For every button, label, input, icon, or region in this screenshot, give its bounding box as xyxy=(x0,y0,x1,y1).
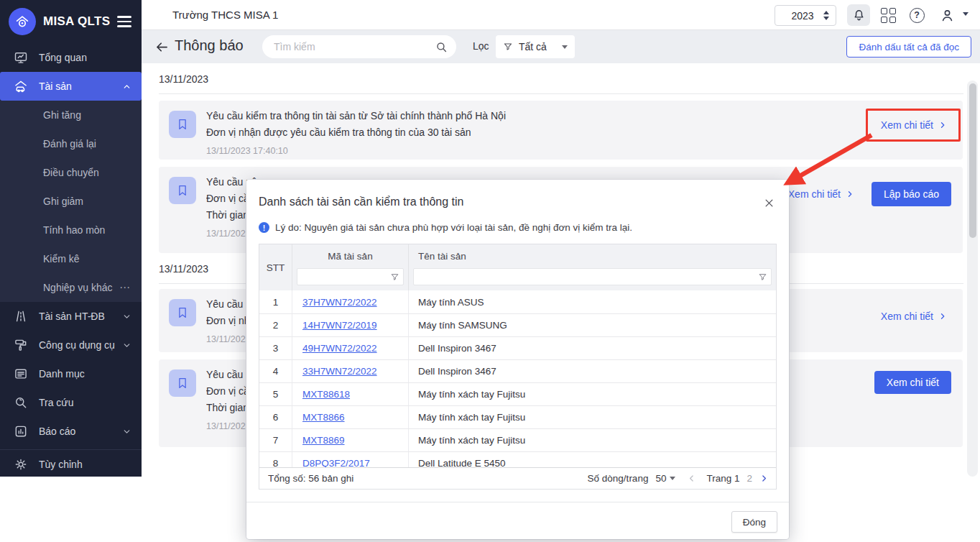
content-scrollbar-track[interactable] xyxy=(967,81,978,477)
funnel-icon[interactable] xyxy=(758,272,767,285)
asset-code-link[interactable]: MXT88618 xyxy=(302,389,350,400)
bookmark-tile xyxy=(169,177,196,204)
sidebar-item-tra-cuu[interactable]: Tra cứu xyxy=(0,388,142,417)
asset-code-link[interactable]: 33H7WN72/2022 xyxy=(302,366,377,377)
help-button[interactable]: ? xyxy=(905,4,928,26)
mark-all-read-button[interactable]: Đánh dấu tất cả đã đọc xyxy=(846,36,971,58)
chevron-right-icon xyxy=(938,121,947,129)
column-header-name: Tên tài sản xyxy=(409,244,776,267)
content-scrollbar-thumb[interactable] xyxy=(969,83,976,238)
cell-stt: 8 xyxy=(259,452,292,467)
sidebar-item-tai-san-ht-db[interactable]: Tài sản HT-ĐB xyxy=(0,302,142,331)
brand-title: MISA QLTS xyxy=(43,14,117,29)
asset-code-link[interactable]: MXT8869 xyxy=(302,435,345,446)
date-group-header: 13/11/2023 xyxy=(159,73,963,94)
asset-code-link[interactable]: D8PQ3F2/2017 xyxy=(302,458,370,467)
apps-grid-button[interactable] xyxy=(877,4,900,26)
sidebar-item-label: Danh mục xyxy=(39,368,131,380)
sidebar-item-dieu-chuyen[interactable]: Điều chuyển xyxy=(0,158,142,187)
rows-per-page-label: Số dòng/trang xyxy=(588,473,649,484)
user-caret-icon[interactable] xyxy=(963,12,969,16)
cell-name: Máy tính ASUS xyxy=(409,290,776,313)
asset-code-link[interactable]: 37H7WN72/2022 xyxy=(302,297,377,308)
table-row[interactable]: 7 MXT8869 Máy tính xách tay Fujitsu xyxy=(259,428,776,451)
bookmark-icon xyxy=(176,184,189,197)
search-input[interactable] xyxy=(274,41,435,52)
sidebar-item-label: Tính hao mòn xyxy=(43,224,131,236)
notification-text: Yêu cầu kiểm tra thông tin tài sản từ Sở… xyxy=(206,108,798,156)
page-header: Thông báo Lọc Tất cả Đánh dấu tất cả đã … xyxy=(142,30,980,63)
notification-timestamp: 13/11/2023 17:40:10 xyxy=(206,146,798,156)
next-page-button[interactable] xyxy=(759,474,769,483)
notifications-bell-button[interactable] xyxy=(847,4,870,26)
chevron-right-icon xyxy=(938,312,947,321)
sidebar-item-danh-gia-lai[interactable]: Đánh giá lại xyxy=(0,129,142,158)
table-row[interactable]: 1 37H7WN72/2022 Máy tính ASUS xyxy=(259,290,776,313)
sidebar-item-ghi-giam[interactable]: Ghi giảm xyxy=(0,187,142,216)
sidebar-item-kiem-ke[interactable]: Kiểm kê xyxy=(0,244,142,273)
view-detail-link[interactable]: Xem chi tiết xyxy=(881,119,947,131)
table-row[interactable]: 8 D8PQ3F2/2017 Dell Latitude E 5450 xyxy=(259,451,776,467)
cell-stt: 5 xyxy=(259,383,292,405)
sidebar-item-ghi-tang[interactable]: Ghi tăng xyxy=(0,101,142,129)
sidebar-item-tai-san[interactable]: Tài sản xyxy=(0,72,142,101)
sidebar-item-nghiep-vu-khac[interactable]: Nghiệp vụ khác ⋯ xyxy=(0,273,142,302)
search-icon[interactable] xyxy=(435,41,448,53)
table-row[interactable]: 3 49H7WN72/2022 Dell Inspiron 3467 xyxy=(259,336,776,359)
back-button[interactable] xyxy=(154,38,173,55)
sidebar-item-label: Ghi tăng xyxy=(43,109,131,121)
code-filter-input[interactable] xyxy=(297,269,403,285)
table-row[interactable]: 6 MXT8866 Máy tính xách tay Fujitsu xyxy=(259,405,776,428)
hamburger-menu-icon[interactable] xyxy=(117,16,131,27)
rows-per-page-select[interactable]: 50 xyxy=(655,473,675,484)
cell-name: Máy tính SAMSUNG xyxy=(409,314,776,336)
year-spinner-icon[interactable] xyxy=(823,11,829,20)
notification-card-1[interactable]: Yêu cầu kiểm tra thông tin tài sản từ Sở… xyxy=(159,101,963,160)
prev-page-button[interactable] xyxy=(687,474,696,483)
sidebar-item-tuy-chinh[interactable]: Tùy chỉnh xyxy=(0,450,142,479)
page-2-button[interactable]: 2 xyxy=(746,473,752,484)
cell-stt: 7 xyxy=(259,429,292,451)
cell-name: Máy tính xách tay Fujitsu xyxy=(409,406,776,428)
modal-title: Danh sách tài sản cần kiểm tra thông tin xyxy=(259,196,464,208)
table-row[interactable]: 4 33H7WN72/2022 Dell Inspiron 3467 xyxy=(259,359,776,382)
sidebar-item-label: Tài sản HT-ĐB xyxy=(39,311,122,322)
asset-code-link[interactable]: 14H7WN72/2019 xyxy=(302,320,377,331)
view-detail-link[interactable]: Xem chi tiết xyxy=(881,311,947,322)
cell-stt: 6 xyxy=(259,406,292,428)
modal-close-button[interactable] xyxy=(760,194,777,211)
view-detail-button[interactable]: Xem chi tiết xyxy=(874,371,951,394)
table-body: 1 37H7WN72/2022 Máy tính ASUS 2 14H7WN72… xyxy=(259,290,776,467)
misa-logo-icon[interactable] xyxy=(9,8,36,35)
search-box[interactable] xyxy=(262,35,456,58)
sidebar-item-label: Nghiệp vụ khác xyxy=(43,282,119,293)
asset-code-link[interactable]: 49H7WN72/2022 xyxy=(302,343,377,354)
search-icon xyxy=(13,395,29,410)
school-title: Trường THCS MISA 1 xyxy=(172,9,278,21)
arrow-left-icon xyxy=(154,40,170,55)
user-menu-button[interactable] xyxy=(935,4,958,26)
table-row[interactable]: 5 MXT88618 Máy tính xách tay Fujitsu xyxy=(259,382,776,405)
sidebar-item-cong-cu-dung-cu[interactable]: Công cụ dụng cụ xyxy=(0,331,142,359)
sidebar-item-danh-muc[interactable]: Danh mục xyxy=(0,359,142,388)
view-detail-link[interactable]: Xem chi tiết xyxy=(788,188,854,200)
year-selector[interactable]: 2023 xyxy=(775,5,836,26)
sidebar-item-tong-quan[interactable]: Tổng quan xyxy=(0,43,142,72)
bookmark-tile xyxy=(169,369,196,397)
user-icon xyxy=(940,8,955,23)
sidebar-item-bao-cao[interactable]: Báo cáo xyxy=(0,417,142,446)
sidebar-item-tinh-hao-mon[interactable]: Tính hao mòn xyxy=(0,216,142,244)
sidebar-item-label: Công cụ dụng cụ xyxy=(39,339,122,351)
chevron-down-icon xyxy=(122,312,131,321)
modal-close-footer-button[interactable]: Đóng xyxy=(731,511,777,533)
asset-code-link[interactable]: MXT8866 xyxy=(302,412,345,423)
bookmark-tile xyxy=(169,111,196,138)
filter-dropdown[interactable]: Tất cả xyxy=(496,35,575,58)
sidebar-submenu-tai-san: Ghi tăng Đánh giá lại Điều chuyển Ghi gi… xyxy=(0,101,142,302)
create-report-button[interactable]: Lập báo cáo xyxy=(872,182,951,206)
asset-icon xyxy=(13,78,29,94)
table-row[interactable]: 2 14H7WN72/2019 Máy tính SAMSUNG xyxy=(259,313,776,336)
sidebar-item-label: Tài sản xyxy=(39,81,122,92)
name-filter-input[interactable] xyxy=(414,269,771,285)
funnel-icon[interactable] xyxy=(390,272,399,285)
